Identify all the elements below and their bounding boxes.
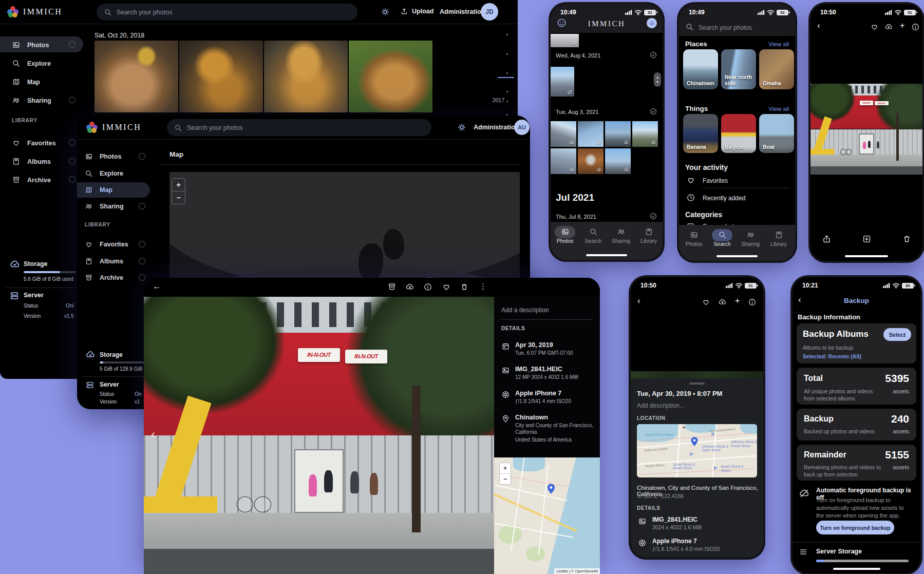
photo-edge-sliver[interactable] bbox=[631, 371, 763, 378]
place-card-near-north-side[interactable]: Near north side bbox=[721, 49, 756, 89]
select-check-icon[interactable] bbox=[649, 212, 657, 220]
select-check-icon[interactable] bbox=[649, 51, 657, 59]
select-check-icon[interactable] bbox=[649, 107, 657, 116]
activity-favorites[interactable]: Favorites bbox=[703, 177, 728, 184]
sidebar-item-photos[interactable]: Photos bbox=[85, 152, 121, 161]
plus-icon[interactable]: + bbox=[900, 21, 904, 30]
sidebar-item-albums[interactable]: Albums bbox=[85, 257, 123, 265]
nav-tab-library[interactable]: Library bbox=[765, 231, 793, 247]
photo-thumbnail-mushroom[interactable] bbox=[179, 41, 263, 112]
scrollbar-thumb[interactable]: ▲▼ bbox=[654, 72, 661, 87]
nav-tab-library[interactable]: Library bbox=[635, 227, 663, 244]
description-input[interactable]: Add a description bbox=[501, 307, 549, 314]
thing-card-bicycle[interactable]: Bicycle bbox=[721, 114, 756, 153]
nav-tab-sharing[interactable]: Sharing bbox=[607, 227, 635, 244]
photo-thumbnail[interactable] bbox=[551, 148, 576, 174]
nav-tab-sharing[interactable]: Sharing bbox=[737, 231, 764, 247]
sidebar-item-map[interactable]: Map bbox=[12, 78, 40, 86]
place-card-omaha[interactable]: Omaha bbox=[759, 49, 794, 89]
sidebar-item-explore[interactable]: Explore bbox=[12, 59, 51, 68]
select-button[interactable]: Select bbox=[883, 328, 911, 341]
photo-thumbnail[interactable] bbox=[551, 121, 576, 147]
map-zoom-control[interactable]: + − bbox=[172, 178, 185, 204]
trash-icon[interactable] bbox=[460, 282, 469, 292]
photo-thumbnail-mushroom[interactable] bbox=[264, 41, 348, 112]
nav-tab-search[interactable]: Search bbox=[708, 231, 736, 247]
upload-button[interactable]: Upload bbox=[400, 7, 433, 15]
map-attribution[interactable]: Leaflet | © OpenStreetM bbox=[554, 568, 600, 574]
administration-link[interactable]: Administration bbox=[440, 8, 485, 15]
activity-recently-added[interactable]: Recently added bbox=[703, 195, 745, 202]
sidebar-item-photos[interactable]: Photos bbox=[12, 41, 49, 49]
previous-photo-arrow[interactable]: ‹ bbox=[151, 427, 155, 442]
photo-thumbnail[interactable] bbox=[578, 121, 604, 147]
photo-thumbnail[interactable] bbox=[605, 121, 631, 147]
sidebar-item-explore[interactable]: Explore bbox=[85, 169, 123, 178]
place-card-chinatown[interactable]: Chinatown bbox=[683, 49, 718, 89]
nav-tab-photos[interactable]: Photos bbox=[551, 227, 579, 244]
user-avatar[interactable]: JD bbox=[481, 3, 498, 21]
back-chevron-icon[interactable]: ‹ bbox=[817, 21, 820, 31]
back-arrow-icon[interactable]: ← bbox=[153, 281, 161, 292]
photo-thumbnail[interactable] bbox=[578, 148, 604, 174]
heart-icon[interactable] bbox=[870, 23, 879, 31]
photo-thumbnail-basket[interactable] bbox=[349, 41, 432, 112]
photo-thumbnail[interactable] bbox=[632, 121, 658, 147]
share-icon[interactable] bbox=[822, 234, 832, 244]
cloud-upload-icon[interactable] bbox=[405, 282, 414, 292]
zoom-in-button[interactable]: + bbox=[172, 179, 185, 191]
cloud-upload-icon[interactable] bbox=[884, 23, 893, 31]
sidebar-item-albums[interactable]: Albums bbox=[12, 157, 51, 166]
theme-toggle-sun-icon[interactable] bbox=[457, 123, 466, 132]
nav-tab-search[interactable]: Search bbox=[579, 227, 607, 244]
info-icon[interactable] bbox=[748, 298, 757, 307]
turn-on-foreground-backup-button[interactable]: Turn on foreground backup bbox=[816, 521, 894, 534]
search-input[interactable]: Search your photos bbox=[97, 4, 357, 21]
heart-icon[interactable] bbox=[702, 298, 710, 307]
search-input[interactable]: Search your photos bbox=[699, 24, 752, 31]
administration-link[interactable]: Administration bbox=[474, 124, 519, 131]
info-icon[interactable] bbox=[423, 282, 432, 292]
add-to-album-icon[interactable] bbox=[862, 234, 872, 244]
map-zoom-control[interactable]: + − bbox=[499, 463, 511, 485]
places-view-all-link[interactable]: View all bbox=[769, 41, 789, 47]
immich-logo[interactable]: IMMICH bbox=[7, 6, 62, 17]
photo-viewer-image[interactable]: IN-N-OUT IN-N-OUT bbox=[810, 84, 922, 175]
user-avatar[interactable] bbox=[647, 18, 657, 28]
things-view-all-link[interactable]: View all bbox=[769, 106, 789, 112]
back-chevron-icon[interactable]: ‹ bbox=[637, 296, 640, 306]
more-menu-icon[interactable]: ⋮ bbox=[479, 282, 487, 291]
location-map[interactable]: + − Leaflet | © OpenStreetM bbox=[494, 457, 600, 574]
plus-icon[interactable]: + bbox=[735, 296, 740, 305]
photo-thumbnail[interactable] bbox=[605, 148, 631, 174]
info-icon[interactable] bbox=[911, 23, 920, 31]
trash-icon[interactable] bbox=[902, 234, 912, 244]
sidebar-item-archive[interactable]: Archive bbox=[12, 176, 51, 184]
location-map[interactable]: Hyde Street Harbor The Embarcadero Jeffe… bbox=[637, 424, 757, 477]
zoom-out-button[interactable]: − bbox=[500, 473, 511, 484]
user-avatar[interactable]: AU bbox=[514, 120, 530, 135]
description-input[interactable]: Add description... bbox=[637, 402, 685, 409]
photo-thumbnail[interactable] bbox=[551, 67, 574, 97]
sheet-drag-handle[interactable] bbox=[689, 382, 705, 385]
thing-card-banana[interactable]: Banana bbox=[683, 114, 718, 153]
zoom-in-button[interactable]: + bbox=[500, 463, 511, 473]
cloud-upload-icon[interactable] bbox=[718, 298, 727, 307]
zoom-out-button[interactable]: − bbox=[172, 191, 185, 204]
sidebar-item-sharing[interactable]: Sharing bbox=[12, 96, 51, 105]
thing-card-boat[interactable]: Boat bbox=[759, 114, 794, 153]
photo-thumbnail-mushroom[interactable] bbox=[95, 41, 178, 112]
archive-icon[interactable] bbox=[387, 282, 397, 292]
sidebar-item-favorites[interactable]: Favorites bbox=[12, 139, 56, 147]
search-input[interactable]: Search your photos bbox=[167, 119, 431, 136]
scrubber-position-marker[interactable] bbox=[498, 77, 514, 78]
immich-logo[interactable]: IMMICH bbox=[86, 122, 141, 133]
photo-viewer-image[interactable]: IN-N-OUT IN-N-OUT ‹ bbox=[144, 297, 494, 574]
heart-icon[interactable] bbox=[442, 282, 451, 292]
photo-thumbnail[interactable] bbox=[551, 34, 579, 47]
nav-tab-photos[interactable]: Photos bbox=[680, 231, 708, 247]
sidebar-item-sharing[interactable]: Sharing bbox=[85, 202, 124, 211]
sidebar-item-archive[interactable]: Archive bbox=[85, 274, 123, 282]
theme-toggle-sun-icon[interactable] bbox=[381, 7, 390, 16]
sidebar-item-map-selected[interactable]: Map bbox=[85, 186, 112, 194]
